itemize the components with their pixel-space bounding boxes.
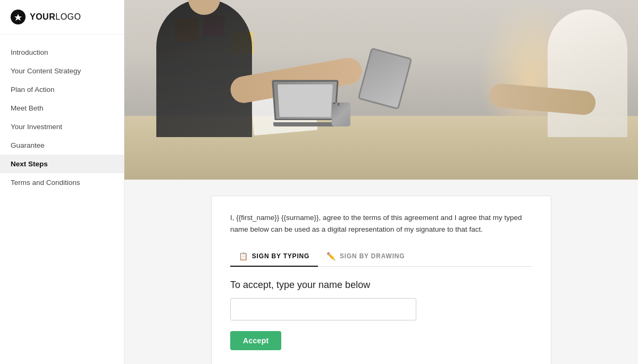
book-icon: 📋 xyxy=(239,252,248,260)
sidebar-item-content-strategy[interactable]: Your Content Strategy xyxy=(0,62,124,80)
agreement-text: I, {{first_name}} {{surname}}, agree to … xyxy=(230,212,532,235)
sidebar-item-introduction[interactable]: Introduction xyxy=(0,43,124,62)
logo-icon xyxy=(11,10,26,24)
signature-card: I, {{first_name}} {{surname}}, agree to … xyxy=(211,196,551,364)
tab-sign-typing[interactable]: 📋 SIGN BY TYPING xyxy=(230,247,318,267)
sidebar-item-your-investment[interactable]: Your Investment xyxy=(0,117,124,136)
pen-icon: ✏️ xyxy=(326,252,336,260)
accept-button[interactable]: Accept xyxy=(230,331,281,350)
sidebar-item-meet-beth[interactable]: Meet Beth xyxy=(0,99,124,117)
sidebar-item-terms-conditions[interactable]: Terms and Conditions xyxy=(0,173,124,192)
main-content: I, {{first_name}} {{surname}}, agree to … xyxy=(124,0,638,364)
hero-image xyxy=(124,0,638,180)
sidebar-item-plan-of-action[interactable]: Plan of Action xyxy=(0,80,124,99)
tab-sign-drawing[interactable]: ✏️ SIGN BY DRAWING xyxy=(318,247,413,267)
sidebar: YOURLOGO IntroductionYour Content Strate… xyxy=(0,0,124,364)
sign-tabs: 📋 SIGN BY TYPING ✏️ SIGN BY DRAWING xyxy=(230,247,532,267)
logo-area: YOURLOGO xyxy=(0,0,124,35)
logo-text: YOURLOGO xyxy=(30,12,81,22)
content-area: I, {{first_name}} {{surname}}, agree to … xyxy=(124,180,638,364)
nav-list: IntroductionYour Content StrategyPlan of… xyxy=(0,35,124,364)
name-input[interactable] xyxy=(230,298,416,320)
sidebar-item-guarantee[interactable]: Guarantee xyxy=(0,136,124,155)
sidebar-item-next-steps[interactable]: Next Steps xyxy=(0,155,124,173)
svg-marker-0 xyxy=(14,14,22,21)
sign-prompt: To accept, type your name below xyxy=(230,280,532,291)
